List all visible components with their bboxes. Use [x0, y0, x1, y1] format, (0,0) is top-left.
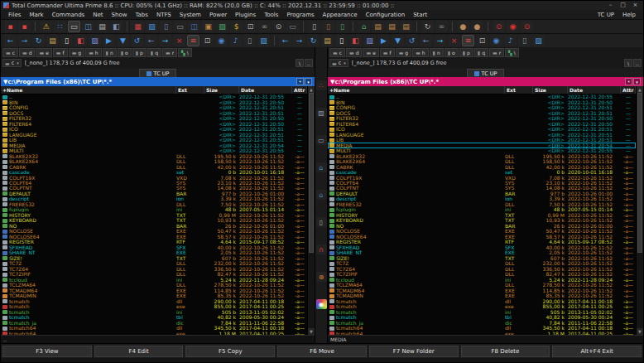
currency-icon[interactable]: $: [230, 21, 243, 32]
folder-icon[interactable]: ▤: [321, 35, 334, 46]
column-header-date[interactable]: Date: [239, 86, 292, 94]
drive-button-f[interactable]: ▬f: [53, 48, 68, 57]
drive-button-r[interactable]: ▬r: [162, 48, 177, 57]
column-header-name[interactable]: +Name: [328, 86, 505, 94]
expand-down-icon[interactable]: ▼: [117, 35, 129, 46]
network-share-icon[interactable]: ∴: [316, 80, 327, 90]
left-scroll-thumb[interactable]: [309, 93, 314, 253]
left-scroll-track[interactable]: [308, 93, 315, 328]
column-header-date[interactable]: Date: [568, 86, 621, 94]
music-icon[interactable]: ♪: [504, 35, 517, 46]
pc-network-icon[interactable]: ⌂: [358, 21, 370, 32]
picture-icon[interactable]: ▨: [257, 35, 270, 46]
fkey-button-f4-edit[interactable]: F4 Edit: [94, 346, 184, 357]
power-icon[interactable]: ⊙: [493, 21, 505, 32]
maximize-button[interactable]: □: [618, 2, 628, 9]
toolbox-icon[interactable]: ▦: [132, 21, 144, 32]
magnet-icon[interactable]: ∩: [316, 244, 327, 254]
new-file-icon[interactable]: ▯: [60, 35, 73, 46]
drive-button-o[interactable]: ▮o: [118, 48, 132, 57]
clipboard-icon[interactable]: ▯: [308, 21, 320, 32]
drive-button-h[interactable]: ▬h: [85, 48, 101, 57]
drive-button-q[interactable]: ▮q: [474, 48, 488, 57]
menu-programs[interactable]: Programs: [282, 12, 318, 18]
gear-icon[interactable]: ⊛: [316, 272, 327, 282]
column-header-name[interactable]: +Name: [1, 86, 176, 94]
folder-media-icon[interactable]: ▣: [202, 21, 214, 32]
drive-button-q[interactable]: ▮q: [147, 48, 161, 57]
left-drive-combo[interactable]: ▬ c ▾: [2, 59, 22, 67]
refresh-icon[interactable]: ↻: [32, 35, 45, 46]
red-panel-icon[interactable]: ◧: [74, 35, 87, 46]
menu-net[interactable]: Net: [89, 12, 107, 18]
crop-icon[interactable]: ⊡: [476, 35, 488, 46]
fkey-button-f8-delete[interactable]: F8 Delete: [461, 346, 550, 357]
minimize-button[interactable]: –: [605, 2, 616, 9]
left-updir-button[interactable]: ..: [305, 59, 313, 67]
view-details-icon[interactable]: ▤: [96, 21, 108, 32]
drive-button-network[interactable]: ▚\: [505, 48, 519, 57]
drive-button-network[interactable]: ▚\: [178, 48, 192, 57]
refresh-icon[interactable]: ↻: [307, 35, 320, 46]
device-icon[interactable]: ▯: [160, 21, 172, 32]
forward-icon[interactable]: →: [18, 35, 31, 46]
prev-icon[interactable]: ←: [145, 35, 157, 46]
image-view-icon[interactable]: ▨: [316, 108, 327, 118]
menu-appearance[interactable]: Appearance: [319, 12, 362, 18]
rotate-icon[interactable]: ↺: [131, 35, 143, 46]
view-brief-icon[interactable]: ◫: [82, 21, 94, 32]
right-favorites-button[interactable]: *: [625, 78, 632, 85]
menu-configuration[interactable]: Configuration: [362, 12, 409, 18]
info-icon[interactable]: ◉: [490, 35, 502, 46]
right-history-button[interactable]: ▾: [633, 78, 641, 85]
menu-ntfs[interactable]: NTFS: [152, 12, 175, 18]
fkey-button-f5-copy[interactable]: F5 Copy: [185, 346, 275, 357]
scroll-down-icon[interactable]: ▼: [308, 328, 315, 335]
wallpaper-icon[interactable]: ▨: [146, 21, 158, 32]
new-file-icon[interactable]: ▯: [335, 35, 348, 46]
menu-start[interactable]: Start: [409, 12, 431, 18]
drive-button-c[interactable]: ▬c: [2, 48, 18, 57]
menu-tabs[interactable]: Tabs: [131, 12, 152, 18]
computer-1-icon[interactable]: ⌂: [316, 162, 327, 172]
warning-icon[interactable]: ⚠: [40, 21, 52, 32]
color-wheel-icon[interactable]: ◉: [316, 299, 327, 309]
clipboard-paste-icon[interactable]: ▯: [322, 21, 334, 32]
column-header-ext[interactable]: Ext: [176, 86, 204, 94]
menu-system[interactable]: System: [175, 12, 205, 18]
folder-icon[interactable]: ▤: [46, 35, 59, 46]
sync-icon[interactable]: ↻: [421, 21, 434, 32]
column-header-ext[interactable]: Ext: [505, 86, 533, 94]
image-icon[interactable]: ▨: [89, 35, 101, 46]
drive-button-p[interactable]: ▮p: [459, 48, 473, 57]
shutdown-icon[interactable]: ⊙: [521, 21, 533, 32]
right-scrollbar[interactable]: ▲ ▼: [636, 86, 643, 335]
left-history-button[interactable]: ▾: [305, 78, 312, 85]
chain-link-icon[interactable]: ∞: [435, 21, 448, 32]
image-editor-icon[interactable]: ▨: [216, 21, 228, 32]
record-red-1-icon[interactable]: ▪: [4, 21, 17, 32]
picture-icon[interactable]: ▨: [532, 35, 545, 46]
prev-icon[interactable]: ←: [420, 35, 432, 46]
rotate-icon[interactable]: ↺: [406, 35, 418, 46]
fkey-button-f6-move[interactable]: F6 Move: [277, 346, 367, 357]
window-gray-icon[interactable]: ▭: [174, 21, 186, 32]
column-header-size[interactable]: Size: [204, 86, 239, 94]
scroll-up-icon[interactable]: ▲: [308, 86, 315, 93]
thumbnails-icon[interactable]: ∷: [54, 21, 66, 32]
column-header-attr[interactable]: Attr: [621, 86, 636, 94]
drive-button-h[interactable]: ▬h: [412, 48, 428, 57]
drive-button-e[interactable]: ▬e: [36, 48, 51, 57]
menu-tc-up[interactable]: TC UP: [594, 12, 618, 18]
drive-button-r[interactable]: ▬r: [489, 48, 504, 57]
crop-icon[interactable]: ⊡: [201, 35, 214, 46]
left-favorites-button[interactable]: *: [296, 78, 304, 85]
drive-button-n[interactable]: ▮n: [430, 48, 444, 57]
hand-1-icon[interactable]: ●: [457, 21, 469, 32]
fkey-button-f3-view[interactable]: F3 View: [2, 346, 92, 357]
left-root-button[interactable]: \: [296, 59, 304, 67]
menu-mark[interactable]: Mark: [25, 12, 47, 18]
column-header-size[interactable]: Size: [533, 86, 568, 94]
drive-button-c[interactable]: ▬c: [329, 48, 345, 57]
expand-down-icon[interactable]: ▼: [392, 35, 404, 46]
